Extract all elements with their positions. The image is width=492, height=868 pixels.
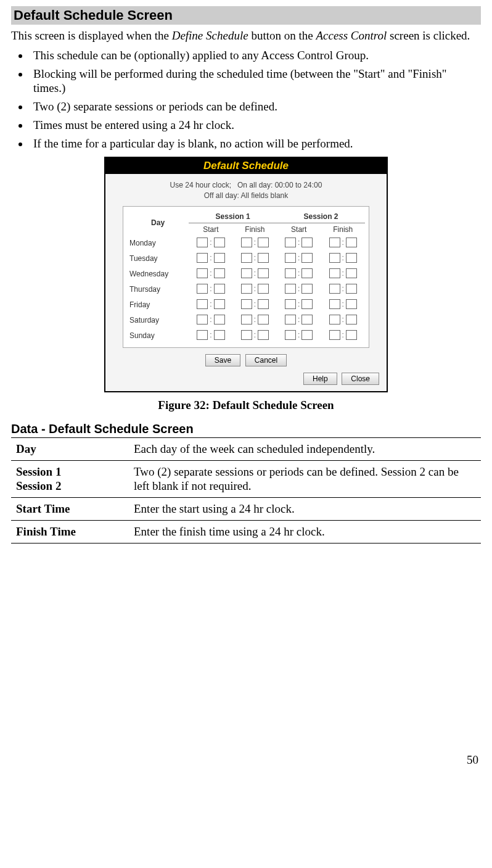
intro-mid: button on the bbox=[248, 29, 316, 42]
time-input[interactable] bbox=[197, 238, 208, 247]
time-input[interactable] bbox=[329, 238, 340, 247]
time-input[interactable] bbox=[329, 284, 340, 294]
time-input[interactable] bbox=[258, 268, 269, 278]
schedule-row: Wednesday:::: bbox=[127, 267, 365, 282]
time-input[interactable] bbox=[285, 315, 296, 324]
time-input[interactable] bbox=[214, 268, 225, 278]
day-cell: Wednesday bbox=[127, 267, 189, 282]
time-colon: : bbox=[209, 254, 212, 262]
time-input[interactable] bbox=[258, 330, 269, 340]
time-input[interactable] bbox=[197, 330, 208, 340]
time-input[interactable] bbox=[197, 299, 208, 309]
time-input[interactable] bbox=[329, 268, 340, 278]
time-input[interactable] bbox=[241, 253, 252, 263]
time-input[interactable] bbox=[301, 330, 313, 340]
data-value: Two (2) separate sessions or periods can… bbox=[129, 460, 481, 498]
bullet-item: Blocking will be performed during the sc… bbox=[30, 67, 481, 96]
time-input[interactable] bbox=[214, 238, 225, 247]
time-input[interactable] bbox=[258, 299, 269, 309]
time-input[interactable] bbox=[301, 299, 313, 309]
time-input[interactable] bbox=[329, 315, 340, 324]
time-input[interactable] bbox=[285, 330, 296, 340]
data-value: Enter the start using a 24 hr clock. bbox=[129, 498, 481, 521]
time-input[interactable] bbox=[346, 238, 357, 247]
time-input[interactable] bbox=[258, 315, 269, 324]
time-input[interactable] bbox=[285, 268, 296, 278]
time-input[interactable] bbox=[241, 330, 252, 340]
time-input[interactable] bbox=[285, 284, 296, 294]
time-input[interactable] bbox=[301, 268, 313, 278]
time-colon: : bbox=[342, 284, 345, 293]
time-input[interactable] bbox=[346, 268, 357, 278]
time-input[interactable] bbox=[346, 299, 357, 309]
time-input[interactable] bbox=[241, 238, 252, 247]
time-input[interactable] bbox=[241, 315, 252, 324]
time-input[interactable] bbox=[214, 299, 225, 309]
time-input[interactable] bbox=[329, 330, 340, 340]
time-input[interactable] bbox=[258, 253, 269, 263]
time-colon: : bbox=[297, 315, 300, 324]
time-colon: : bbox=[209, 284, 212, 293]
figure-caption: Figure 32: Default Schedule Screen bbox=[11, 399, 481, 412]
time-input[interactable] bbox=[285, 253, 296, 263]
time-input[interactable] bbox=[258, 238, 269, 247]
time-input[interactable] bbox=[197, 315, 208, 324]
time-input[interactable] bbox=[258, 284, 269, 294]
save-button[interactable]: Save bbox=[205, 354, 240, 366]
time-input[interactable] bbox=[346, 253, 357, 263]
figure-wrap: Default Schedule Use 24 hour clock; On a… bbox=[11, 157, 481, 392]
data-value: Enter the finish time using a 24 hr cloc… bbox=[129, 520, 481, 543]
time-colon: : bbox=[253, 254, 256, 262]
time-input[interactable] bbox=[214, 284, 225, 294]
time-input[interactable] bbox=[346, 315, 357, 324]
section-title: Default Schedule Screen bbox=[11, 6, 481, 25]
time-input[interactable] bbox=[197, 284, 208, 294]
time-input[interactable] bbox=[329, 253, 340, 263]
header-start: Start bbox=[189, 223, 232, 236]
time-input[interactable] bbox=[197, 253, 208, 263]
time-input[interactable] bbox=[214, 253, 225, 263]
time-input[interactable] bbox=[214, 330, 225, 340]
time-input[interactable] bbox=[285, 238, 296, 247]
bullet-item: If the time for a particular day is blan… bbox=[30, 136, 481, 151]
header-finish: Finish bbox=[233, 223, 277, 236]
time-input[interactable] bbox=[301, 284, 313, 294]
schedule-row: Sunday:::: bbox=[127, 328, 365, 344]
time-colon: : bbox=[342, 269, 345, 278]
time-input[interactable] bbox=[214, 315, 225, 324]
schedule-table: Day Session 1 Session 2 Start Finish Sta… bbox=[127, 210, 365, 344]
time-colon: : bbox=[253, 315, 256, 324]
time-input[interactable] bbox=[301, 315, 313, 324]
time-input[interactable] bbox=[346, 330, 357, 340]
time-colon: : bbox=[297, 269, 300, 278]
time-colon: : bbox=[342, 315, 345, 324]
time-input[interactable] bbox=[301, 253, 313, 263]
time-input[interactable] bbox=[329, 299, 340, 309]
intro-pre: This screen is displayed when the bbox=[11, 29, 172, 42]
time-input[interactable] bbox=[285, 299, 296, 309]
time-input[interactable] bbox=[197, 268, 208, 278]
time-input[interactable] bbox=[241, 299, 252, 309]
bullet-list: This schedule can be (optionally) applie… bbox=[11, 48, 481, 151]
time-input[interactable] bbox=[241, 284, 252, 294]
figure-title: Default Schedule bbox=[105, 158, 387, 174]
time-input[interactable] bbox=[346, 284, 357, 294]
subsection-title: Data - Default Schedule Screen bbox=[11, 422, 481, 436]
time-input[interactable] bbox=[301, 238, 313, 247]
day-cell: Saturday bbox=[127, 313, 189, 328]
cancel-button[interactable]: Cancel bbox=[245, 354, 287, 366]
time-colon: : bbox=[342, 238, 345, 247]
close-button[interactable]: Close bbox=[342, 373, 379, 385]
time-colon: : bbox=[209, 269, 212, 278]
data-key: Start Time bbox=[11, 498, 129, 521]
bullet-item: This schedule can be (optionally) applie… bbox=[30, 48, 481, 63]
time-colon: : bbox=[253, 269, 256, 278]
bullet-item: Two (2) separate sessions or periods can… bbox=[30, 99, 481, 114]
header-session2: Session 2 bbox=[277, 210, 365, 223]
schedule-row: Friday:::: bbox=[127, 297, 365, 313]
data-key: Finish Time bbox=[11, 520, 129, 543]
help-button[interactable]: Help bbox=[303, 373, 337, 385]
day-cell: Monday bbox=[127, 236, 189, 251]
intro-post: screen is clicked. bbox=[387, 29, 470, 42]
time-input[interactable] bbox=[241, 268, 252, 278]
